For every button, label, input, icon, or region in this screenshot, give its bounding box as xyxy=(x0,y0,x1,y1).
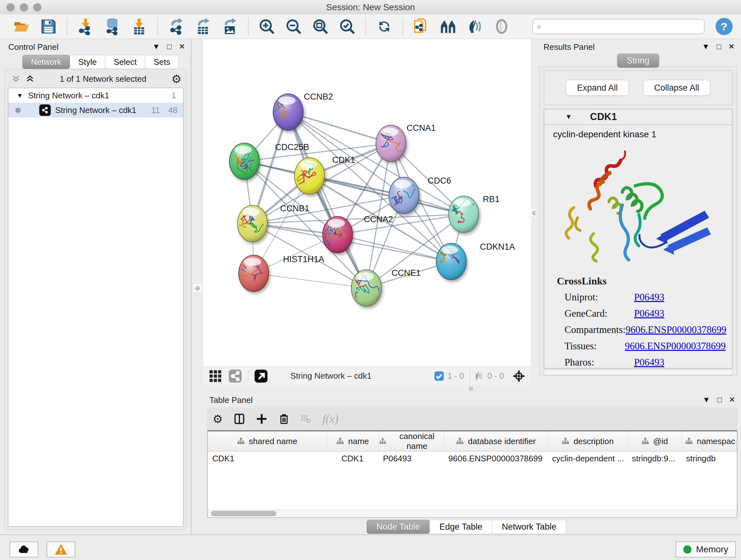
export-image-button[interactable] xyxy=(216,17,243,37)
table-cell[interactable]: cyclin-dependent ... xyxy=(548,451,627,466)
network-edge[interactable] xyxy=(288,112,391,143)
left-splitter-handle[interactable] xyxy=(193,284,202,293)
collapse-all-button[interactable]: Collapse All xyxy=(643,80,711,96)
column-header[interactable]: shared name xyxy=(208,431,327,451)
network-node-ccne1[interactable] xyxy=(350,270,381,306)
crosslink-link[interactable]: 9606.ENSP00000378699 xyxy=(625,324,726,335)
export-table-button[interactable] xyxy=(190,17,216,37)
network-node-ccnb1[interactable] xyxy=(235,205,267,242)
delete-column-trash-icon[interactable] xyxy=(278,413,290,425)
tab-string[interactable]: String xyxy=(617,54,659,68)
show-all-button[interactable] xyxy=(488,17,515,37)
tab-sets[interactable]: Sets xyxy=(145,55,179,69)
import-network-from-file-button[interactable] xyxy=(72,17,99,37)
table-options-gear-icon[interactable]: ⚙ xyxy=(212,413,223,426)
memory-button[interactable]: Memory xyxy=(676,542,736,557)
expand-collapse-triangle-icon[interactable]: ▼ xyxy=(17,92,23,99)
close-panel-icon[interactable]: ✕ xyxy=(729,395,735,404)
network-status-dot-icon xyxy=(15,108,21,113)
table-hscrollbar-track[interactable] xyxy=(208,509,737,517)
column-header[interactable]: canonical name xyxy=(379,431,444,451)
column-header[interactable]: description xyxy=(548,431,627,451)
table-cell[interactable]: CDK1 xyxy=(327,451,379,466)
network-node-cdc25b[interactable] xyxy=(229,143,259,179)
network-options-gear-icon[interactable]: ⚙ xyxy=(172,72,182,85)
tab-style[interactable]: Style xyxy=(70,55,105,69)
collapse-all-networks-icon[interactable] xyxy=(11,74,21,84)
import-network-from-database-button[interactable] xyxy=(99,17,126,37)
grid-view-icon[interactable] xyxy=(208,369,222,383)
search-input[interactable] xyxy=(532,19,704,34)
help-button[interactable]: ? xyxy=(716,18,733,35)
close-panel-icon[interactable]: ✕ xyxy=(179,42,185,51)
table-hscrollbar-thumb[interactable] xyxy=(211,511,276,516)
column-header[interactable]: name xyxy=(327,431,379,451)
column-header[interactable]: database identifier xyxy=(444,431,548,451)
network-edge[interactable] xyxy=(338,235,451,261)
table-cell[interactable]: 9606.ENSP00000378699 xyxy=(444,451,548,466)
main-toolbar: ⌕ ? xyxy=(0,14,741,39)
column-header[interactable]: @id xyxy=(627,431,682,451)
selected-checkbox-icon[interactable] xyxy=(434,371,444,381)
panel-menu-icon[interactable]: ▼ xyxy=(152,42,160,51)
tab-network[interactable]: Network xyxy=(22,55,70,69)
network-row-selected[interactable]: String Network – cdk1 11 48 xyxy=(8,103,183,118)
export-network-button[interactable] xyxy=(163,17,190,37)
hide-selection-button[interactable] xyxy=(461,17,488,37)
zoom-selected-button[interactable] xyxy=(334,17,360,37)
birdseye-view-icon[interactable] xyxy=(254,369,268,383)
horizontal-splitter-handle[interactable] xyxy=(468,386,473,391)
float-panel-icon[interactable]: □ xyxy=(167,42,172,51)
table-cell[interactable]: stringdb:9... xyxy=(627,451,682,466)
fit-content-button[interactable] xyxy=(307,17,334,37)
expand-all-button[interactable]: Expand All xyxy=(566,80,629,96)
open-session-button[interactable] xyxy=(8,17,35,37)
entry-header[interactable]: ▼ CDK1 xyxy=(544,109,732,125)
float-panel-icon[interactable]: □ xyxy=(717,395,722,404)
network-node-ccna2[interactable] xyxy=(323,216,353,253)
tab-network-table[interactable]: Network Table xyxy=(492,520,566,534)
first-neighbors-button[interactable] xyxy=(434,17,461,37)
column-header[interactable]: namespac xyxy=(682,431,737,451)
table-cell[interactable]: CDK1 xyxy=(208,451,327,466)
navigate-crosshair-icon[interactable] xyxy=(512,369,526,383)
import-table-from-file-button[interactable] xyxy=(126,17,152,37)
network-edge[interactable] xyxy=(254,273,366,288)
warning-status-button[interactable] xyxy=(47,542,75,557)
network-node-ccnb2[interactable] xyxy=(259,94,303,130)
network-node-rb1[interactable] xyxy=(449,196,479,233)
network-node-cdk1[interactable] xyxy=(280,158,325,194)
network-node-cdkn1a[interactable] xyxy=(436,243,466,280)
crosslink-link[interactable]: P06493 xyxy=(634,308,664,319)
panel-menu-icon[interactable]: ▼ xyxy=(702,42,710,51)
show-columns-icon[interactable] xyxy=(233,413,245,425)
cloud-status-button[interactable] xyxy=(10,542,38,557)
tab-node-table[interactable]: Node Table xyxy=(367,520,430,534)
crosslink-link[interactable]: P06493 xyxy=(634,357,664,368)
results-scrollbar-track[interactable] xyxy=(544,369,732,375)
save-session-button[interactable] xyxy=(35,17,62,37)
tab-edge-table[interactable]: Edge Table xyxy=(429,520,492,534)
network-node-hist1h1a[interactable] xyxy=(232,255,269,292)
apply-preferred-layout-button[interactable] xyxy=(371,17,398,37)
new-network-from-selection-button[interactable] xyxy=(408,17,434,37)
tab-select[interactable]: Select xyxy=(105,55,145,69)
close-panel-icon[interactable]: ✕ xyxy=(728,42,735,51)
zoom-out-button[interactable] xyxy=(280,17,307,37)
network-collection-row[interactable]: ▼ String Network – cdk1 1 xyxy=(8,88,183,103)
control-panel: Control Panel ▼ □ ✕ NetworkStyleSelectSe… xyxy=(0,39,192,535)
crosslink-link[interactable]: P06493 xyxy=(634,292,664,303)
entry-collapse-triangle-icon[interactable]: ▼ xyxy=(565,113,572,121)
save-floppy-icon xyxy=(40,18,57,35)
table-cell[interactable]: P06493 xyxy=(379,451,444,466)
panel-menu-icon[interactable]: ▼ xyxy=(703,395,711,404)
table-cell[interactable]: stringdb xyxy=(682,451,737,466)
table-row[interactable]: CDK1CDK1P064939606.ENSP00000378699cyclin… xyxy=(208,451,737,466)
create-column-plus-icon[interactable] xyxy=(256,413,267,425)
crosslink-link[interactable]: 9606.ENSP00000378699 xyxy=(625,340,726,352)
expand-all-networks-icon[interactable] xyxy=(25,74,35,84)
float-panel-icon[interactable]: □ xyxy=(717,42,721,51)
zoom-in-button[interactable] xyxy=(253,17,280,37)
network-canvas[interactable]: CCNB2CCNA1CDC25BCDK1CDC6RB1CCNB1CCNA2CDK… xyxy=(203,39,531,367)
network-view-icon[interactable] xyxy=(228,369,242,383)
